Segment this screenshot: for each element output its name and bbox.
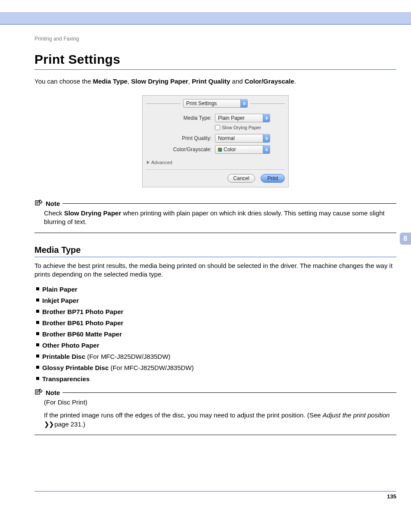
list-item-bold: Plain Paper [42,286,78,293]
list-item: Other Photo Paper [34,341,396,350]
intro-sep: , [188,78,192,85]
note-body: (For Disc Print) If the printed image ru… [34,396,396,435]
note-text: Check [44,209,64,217]
note-icon [34,389,43,396]
xref-title: Adjust the print position [323,411,390,419]
list-item-bold: Brother BP61 Photo Paper [42,319,123,327]
page-number: 135 [34,491,396,500]
list-item-bold: Glossy Printable Disc [42,364,109,371]
print-quality-label: Print Quality: [146,135,215,141]
list-item: Printable Disc (For MFC-J825DW/J835DW) [34,352,396,361]
list-item: Brother BP60 Matte Paper [34,330,396,339]
list-item-rest: (For MFC-J825DW/J835DW) [85,353,171,360]
xref-arrows-icon: ❯❯ [44,420,54,428]
page-title: Print Settings [34,52,396,70]
color-grayscale-value: Color [224,146,236,152]
note-rule [62,392,396,393]
intro-sep: and [230,78,244,85]
list-item: Glossy Printable Disc (For MFC-J825DW/J8… [34,363,396,372]
media-type-list: Plain PaperInkjet PaperBrother BP71 Phot… [34,285,396,383]
print-quality-select[interactable]: Normal [215,134,270,143]
print-quality-value: Normal [218,135,235,141]
dialog-rule [250,103,285,104]
list-item: Inkjet Paper [34,296,396,305]
note-text: page 231.) [54,420,85,428]
slow-drying-input[interactable] [215,125,220,130]
intro-end: . [294,78,296,85]
media-type-label: Media Type: [146,115,215,121]
section-select[interactable]: Print Settings [183,99,248,108]
list-item-rest: (For MFC-J825DW/J835DW) [109,364,194,371]
color-swatch-icon [218,148,222,152]
note-body: Check Slow Drying Paper when printing wi… [34,207,396,233]
advanced-label: Advanced [151,160,172,165]
note-rule [62,203,396,204]
stepper-icon [263,134,270,143]
note-text: If the printed image runs off the edges … [44,411,323,419]
slow-drying-label: Slow Drying Paper [222,125,261,130]
list-item-bold: Brother BP60 Matte Paper [42,330,122,338]
note-line: (For Disc Print) [44,398,396,407]
stepper-icon [240,99,247,108]
stepper-icon [263,145,270,154]
chapter-tab: 8 [400,233,411,245]
list-item: Brother BP61 Photo Paper [34,318,396,327]
stepper-icon [263,114,270,122]
intro-print-quality: Print Quality [192,78,230,85]
note-bold: Slow Drying Paper [64,209,121,217]
intro-media-type: Media Type [93,78,128,85]
section-heading-media-type: Media Type [34,245,396,257]
print-settings-dialog: Print Settings Media Type: Plain Paper S… [142,95,289,187]
section-select-value: Print Settings [186,100,217,106]
cancel-button[interactable]: Cancel [227,174,255,183]
note-line: If the printed image runs off the edges … [44,411,396,429]
note-icon [34,199,43,207]
media-type-paragraph: To achieve the best print results, the m… [34,261,396,279]
running-head: Printing and Faxing [34,36,396,42]
color-grayscale-label: Color/Grayscale: [146,146,215,152]
note-heading: Note [46,389,60,396]
list-item: Transparencies [34,374,396,383]
print-button[interactable]: Print [261,174,285,183]
slow-drying-checkbox[interactable]: Slow Drying Paper [215,125,261,130]
note-heading: Note [46,200,60,207]
intro-slow-drying: Slow Drying Paper [131,78,188,85]
color-grayscale-select[interactable]: Color [215,145,270,154]
list-item-bold: Brother BP71 Photo Paper [42,308,123,315]
intro-color: Color/Grayscale [245,78,294,85]
list-item-bold: Printable Disc [42,353,85,360]
dialog-separator [146,169,285,170]
list-item-bold: Other Photo Paper [42,342,100,349]
disclosure-triangle-icon [147,161,149,164]
list-item-bold: Transparencies [42,375,90,383]
note-block: Note Check Slow Drying Paper when printi… [34,199,396,233]
list-item: Plain Paper [34,285,396,294]
intro-text: You can choose the [34,78,93,85]
media-type-select[interactable]: Plain Paper [215,114,270,122]
intro-paragraph: You can choose the Media Type, Slow Dryi… [34,78,396,85]
note-block: Note (For Disc Print) If the printed ima… [34,389,396,435]
media-type-value: Plain Paper [218,115,245,121]
list-item-bold: Inkjet Paper [42,297,79,304]
list-item: Brother BP71 Photo Paper [34,307,396,316]
dialog-rule [146,103,181,104]
header-band [0,12,411,24]
advanced-disclosure[interactable]: Advanced [147,160,172,165]
